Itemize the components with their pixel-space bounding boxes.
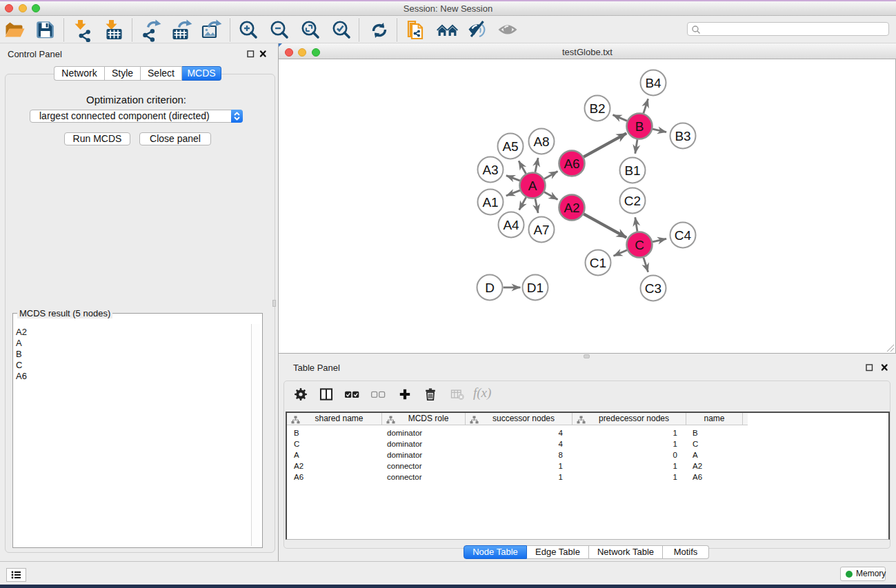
svg-text:A8: A8 <box>533 134 549 149</box>
svg-text:A: A <box>528 179 537 193</box>
svg-text:C1: C1 <box>590 256 606 270</box>
svg-text:C4: C4 <box>675 228 692 243</box>
svg-text:A1: A1 <box>482 195 498 210</box>
svg-text:D1: D1 <box>527 281 544 295</box>
svg-text:C: C <box>635 238 644 252</box>
svg-text:B2: B2 <box>589 101 605 116</box>
svg-text:B: B <box>635 119 644 134</box>
svg-text:B3: B3 <box>675 129 690 143</box>
svg-text:A5: A5 <box>502 139 518 154</box>
svg-text:D: D <box>485 281 495 295</box>
svg-text:A7: A7 <box>533 223 549 237</box>
svg-text:B1: B1 <box>624 163 640 178</box>
svg-text:A4: A4 <box>503 218 519 232</box>
svg-text:C2: C2 <box>624 194 641 208</box>
svg-text:B4: B4 <box>645 76 661 90</box>
svg-text:A6: A6 <box>564 156 579 171</box>
svg-text:C3: C3 <box>645 281 661 296</box>
svg-text:A3: A3 <box>482 163 498 177</box>
svg-text:A2: A2 <box>564 201 579 215</box>
